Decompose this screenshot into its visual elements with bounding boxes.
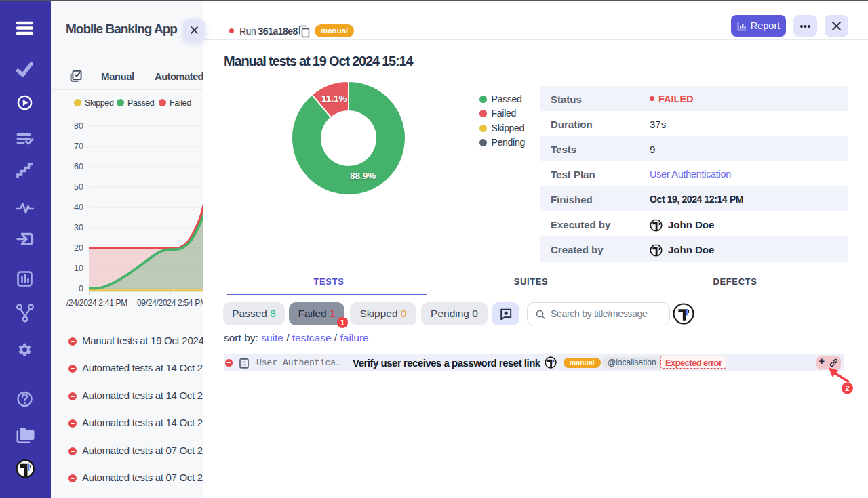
svg-text:2: 2 <box>845 384 849 392</box>
svg-text:88.9%: 88.9% <box>350 171 376 181</box>
svg-text:11.1%: 11.1% <box>321 94 347 104</box>
